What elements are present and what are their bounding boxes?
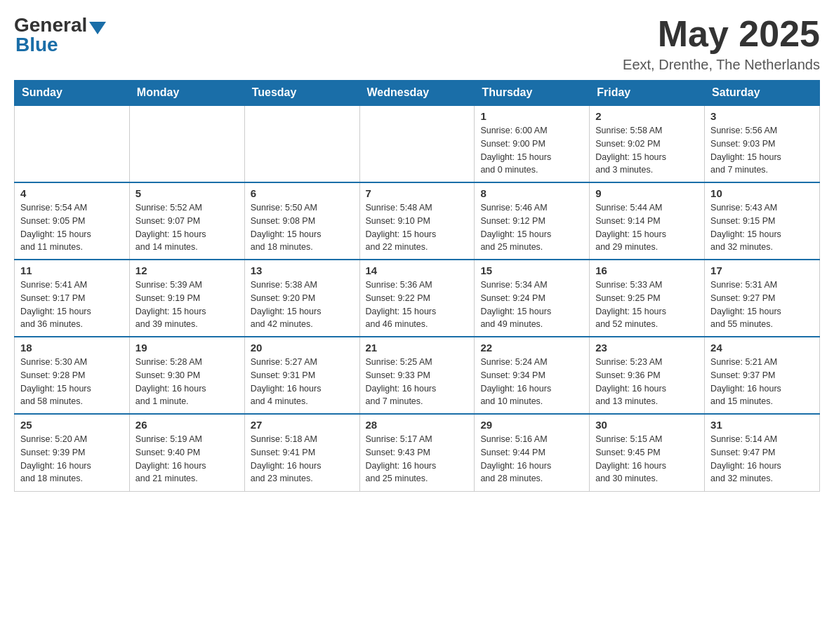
day-info: Sunrise: 5:43 AMSunset: 9:15 PMDaylight:… — [710, 201, 814, 254]
header-thursday: Thursday — [475, 81, 590, 106]
day-number: 14 — [366, 264, 469, 276]
day-number: 12 — [135, 264, 239, 276]
day-info: Sunrise: 5:34 AMSunset: 9:24 PMDaylight:… — [480, 279, 583, 331]
logo-blue-text: Blue — [15, 34, 58, 56]
day-number: 24 — [710, 342, 814, 354]
day-number: 19 — [135, 342, 239, 354]
day-info: Sunrise: 5:52 AMSunset: 9:07 PMDaylight:… — [135, 201, 239, 254]
day-number: 18 — [20, 342, 124, 354]
day-number: 31 — [710, 419, 814, 431]
table-row: 18Sunrise: 5:30 AMSunset: 9:28 PMDayligh… — [15, 337, 130, 414]
table-row: 15Sunrise: 5:34 AMSunset: 9:24 PMDayligh… — [475, 260, 590, 337]
day-info: Sunrise: 5:33 AMSunset: 9:25 PMDaylight:… — [595, 279, 699, 331]
header-saturday: Saturday — [705, 81, 820, 106]
table-row: 22Sunrise: 5:24 AMSunset: 9:34 PMDayligh… — [475, 337, 590, 414]
day-number: 6 — [251, 187, 354, 199]
day-info: Sunrise: 5:23 AMSunset: 9:36 PMDaylight:… — [595, 356, 699, 408]
table-row: 13Sunrise: 5:38 AMSunset: 9:20 PMDayligh… — [244, 260, 359, 337]
table-row: 6Sunrise: 5:50 AMSunset: 9:08 PMDaylight… — [244, 182, 359, 260]
day-number: 2 — [595, 110, 699, 122]
day-number: 15 — [480, 264, 583, 276]
header-friday: Friday — [590, 81, 705, 106]
day-info: Sunrise: 5:16 AMSunset: 9:44 PMDaylight:… — [480, 433, 583, 485]
day-number: 21 — [366, 342, 469, 354]
table-row: 25Sunrise: 5:20 AMSunset: 9:39 PMDayligh… — [15, 414, 130, 491]
day-info: Sunrise: 6:00 AMSunset: 9:00 PMDaylight:… — [480, 124, 583, 177]
calendar-week-row: 4Sunrise: 5:54 AMSunset: 9:05 PMDaylight… — [15, 182, 820, 260]
day-info: Sunrise: 5:58 AMSunset: 9:02 PMDaylight:… — [595, 124, 699, 177]
day-info: Sunrise: 5:20 AMSunset: 9:39 PMDaylight:… — [20, 433, 124, 485]
day-number: 8 — [480, 187, 583, 199]
day-info: Sunrise: 5:38 AMSunset: 9:20 PMDaylight:… — [251, 279, 354, 331]
day-info: Sunrise: 5:27 AMSunset: 9:31 PMDaylight:… — [251, 356, 354, 408]
table-row: 7Sunrise: 5:48 AMSunset: 9:10 PMDaylight… — [359, 182, 475, 260]
day-number: 28 — [366, 419, 469, 431]
header-tuesday: Tuesday — [244, 81, 359, 106]
table-row: 28Sunrise: 5:17 AMSunset: 9:43 PMDayligh… — [359, 414, 475, 491]
day-info: Sunrise: 5:25 AMSunset: 9:33 PMDaylight:… — [366, 356, 469, 408]
day-number: 4 — [20, 187, 124, 199]
table-row: 26Sunrise: 5:19 AMSunset: 9:40 PMDayligh… — [129, 414, 244, 491]
table-row: 8Sunrise: 5:46 AMSunset: 9:12 PMDaylight… — [475, 182, 590, 260]
day-number: 5 — [135, 187, 239, 199]
table-row — [359, 105, 475, 182]
day-number: 26 — [135, 419, 239, 431]
day-info: Sunrise: 5:48 AMSunset: 9:10 PMDaylight:… — [366, 201, 469, 254]
table-row — [15, 105, 130, 182]
table-row: 4Sunrise: 5:54 AMSunset: 9:05 PMDaylight… — [15, 182, 130, 260]
day-info: Sunrise: 5:15 AMSunset: 9:45 PMDaylight:… — [595, 433, 699, 485]
day-number: 9 — [595, 187, 699, 199]
table-row — [244, 105, 359, 182]
day-info: Sunrise: 5:31 AMSunset: 9:27 PMDaylight:… — [710, 279, 814, 331]
day-number: 29 — [480, 419, 583, 431]
title-area: May 2025 Eext, Drenthe, The Netherlands — [623, 14, 820, 73]
day-number: 1 — [480, 110, 583, 122]
table-row: 23Sunrise: 5:23 AMSunset: 9:36 PMDayligh… — [590, 337, 705, 414]
table-row: 1Sunrise: 6:00 AMSunset: 9:00 PMDaylight… — [475, 105, 590, 182]
table-row: 3Sunrise: 5:56 AMSunset: 9:03 PMDaylight… — [705, 105, 820, 182]
table-row: 19Sunrise: 5:28 AMSunset: 9:30 PMDayligh… — [129, 337, 244, 414]
table-row: 11Sunrise: 5:41 AMSunset: 9:17 PMDayligh… — [15, 260, 130, 337]
header-wednesday: Wednesday — [359, 81, 475, 106]
table-row: 5Sunrise: 5:52 AMSunset: 9:07 PMDaylight… — [129, 182, 244, 260]
table-row: 16Sunrise: 5:33 AMSunset: 9:25 PMDayligh… — [590, 260, 705, 337]
location: Eext, Drenthe, The Netherlands — [623, 57, 820, 73]
table-row — [129, 105, 244, 182]
table-row: 29Sunrise: 5:16 AMSunset: 9:44 PMDayligh… — [475, 414, 590, 491]
day-number: 7 — [366, 187, 469, 199]
day-number: 23 — [595, 342, 699, 354]
day-info: Sunrise: 5:41 AMSunset: 9:17 PMDaylight:… — [20, 279, 124, 331]
day-number: 17 — [710, 264, 814, 276]
day-number: 3 — [710, 110, 814, 122]
day-info: Sunrise: 5:54 AMSunset: 9:05 PMDaylight:… — [20, 201, 124, 254]
table-row: 21Sunrise: 5:25 AMSunset: 9:33 PMDayligh… — [359, 337, 475, 414]
table-row: 30Sunrise: 5:15 AMSunset: 9:45 PMDayligh… — [590, 414, 705, 491]
table-row: 14Sunrise: 5:36 AMSunset: 9:22 PMDayligh… — [359, 260, 475, 337]
day-info: Sunrise: 5:30 AMSunset: 9:28 PMDaylight:… — [20, 356, 124, 408]
month-title: May 2025 — [623, 14, 820, 54]
day-info: Sunrise: 5:36 AMSunset: 9:22 PMDaylight:… — [366, 279, 469, 331]
calendar-week-row: 1Sunrise: 6:00 AMSunset: 9:00 PMDaylight… — [15, 105, 820, 182]
day-info: Sunrise: 5:46 AMSunset: 9:12 PMDaylight:… — [480, 201, 583, 254]
day-info: Sunrise: 5:56 AMSunset: 9:03 PMDaylight:… — [710, 124, 814, 177]
calendar-week-row: 11Sunrise: 5:41 AMSunset: 9:17 PMDayligh… — [15, 260, 820, 337]
calendar: Sunday Monday Tuesday Wednesday Thursday… — [14, 80, 820, 492]
day-info: Sunrise: 5:17 AMSunset: 9:43 PMDaylight:… — [366, 433, 469, 485]
day-number: 22 — [480, 342, 583, 354]
table-row: 27Sunrise: 5:18 AMSunset: 9:41 PMDayligh… — [244, 414, 359, 491]
logo-arrow-icon — [89, 22, 106, 34]
day-info: Sunrise: 5:18 AMSunset: 9:41 PMDaylight:… — [251, 433, 354, 485]
day-info: Sunrise: 5:19 AMSunset: 9:40 PMDaylight:… — [135, 433, 239, 485]
day-info: Sunrise: 5:39 AMSunset: 9:19 PMDaylight:… — [135, 279, 239, 331]
day-number: 11 — [20, 264, 124, 276]
calendar-header-row: Sunday Monday Tuesday Wednesday Thursday… — [15, 81, 820, 106]
calendar-week-row: 25Sunrise: 5:20 AMSunset: 9:39 PMDayligh… — [15, 414, 820, 491]
day-number: 10 — [710, 187, 814, 199]
table-row: 9Sunrise: 5:44 AMSunset: 9:14 PMDaylight… — [590, 182, 705, 260]
day-number: 25 — [20, 419, 124, 431]
header-sunday: Sunday — [15, 81, 130, 106]
day-number: 27 — [251, 419, 354, 431]
table-row: 12Sunrise: 5:39 AMSunset: 9:19 PMDayligh… — [129, 260, 244, 337]
header-monday: Monday — [129, 81, 244, 106]
table-row: 2Sunrise: 5:58 AMSunset: 9:02 PMDaylight… — [590, 105, 705, 182]
